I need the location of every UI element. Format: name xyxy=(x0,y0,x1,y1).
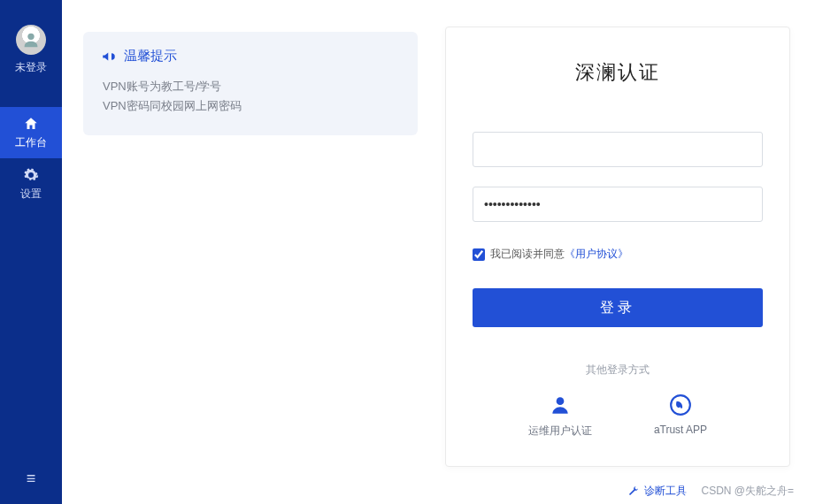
sidebar-item-workspace[interactable]: 工作台 xyxy=(0,107,62,158)
login-title: 深澜认证 xyxy=(575,59,660,86)
password-input[interactable] xyxy=(473,187,763,222)
megaphone-icon xyxy=(101,49,117,65)
tip-card: 温馨提示 VPN账号为教工号/学号 VPN密码同校园网上网密码 xyxy=(83,32,418,135)
tip-body: VPN账号为教工号/学号 VPN密码同校园网上网密码 xyxy=(101,77,400,116)
other-login-app[interactable]: aTrust APP xyxy=(654,393,707,439)
other-login-label: 运维用户认证 xyxy=(528,424,592,439)
login-status: 未登录 xyxy=(15,60,47,75)
svg-point-1 xyxy=(557,397,565,405)
other-login-label: aTrust APP xyxy=(654,424,707,436)
svg-point-0 xyxy=(27,34,34,40)
agreement-link[interactable]: 《用户协议》 xyxy=(565,247,628,262)
nav: 工作台 设置 xyxy=(0,107,62,210)
login-card: 深澜认证 我已阅读并同意 《用户协议》 登录 其他登录方式 运维用户认证 aTr… xyxy=(445,27,790,467)
sidebar-item-settings[interactable]: 设置 xyxy=(0,158,62,210)
tip-line: VPN密码同校园网上网密码 xyxy=(103,96,400,116)
tip-header: 温馨提示 xyxy=(101,48,400,65)
user-icon xyxy=(549,393,572,416)
tip-line: VPN账号为教工号/学号 xyxy=(103,77,400,96)
agree-text: 我已阅读并同意 xyxy=(490,247,565,262)
other-login-ops[interactable]: 运维用户认证 xyxy=(528,393,592,439)
sidebar-item-label: 工作台 xyxy=(15,135,47,150)
other-login-row: 运维用户认证 aTrust APP xyxy=(528,393,707,439)
other-login-title: 其他登录方式 xyxy=(586,363,650,378)
wrench-icon xyxy=(627,485,639,498)
home-icon xyxy=(23,116,39,132)
agree-checkbox[interactable] xyxy=(473,248,485,261)
menu-icon[interactable]: ≡ xyxy=(27,470,36,488)
login-button[interactable]: 登录 xyxy=(473,288,763,327)
tip-title: 温馨提示 xyxy=(124,48,177,65)
sidebar-item-label: 设置 xyxy=(20,187,42,202)
watermark: CSDN @失舵之舟= xyxy=(701,484,794,499)
avatar[interactable] xyxy=(16,25,46,55)
gear-icon xyxy=(23,167,39,183)
diag-link[interactable]: 诊断工具 xyxy=(644,484,687,499)
atrust-icon xyxy=(669,393,692,416)
agreement-row[interactable]: 我已阅读并同意 《用户协议》 xyxy=(473,247,763,262)
sidebar: 未登录 工作台 设置 ≡ xyxy=(0,0,62,504)
username-input[interactable] xyxy=(473,132,763,167)
main: 温馨提示 VPN账号为教工号/学号 VPN密码同校园网上网密码 深澜认证 我已阅… xyxy=(62,0,815,504)
footer: 诊断工具 CSDN @失舵之舟= xyxy=(627,484,794,499)
